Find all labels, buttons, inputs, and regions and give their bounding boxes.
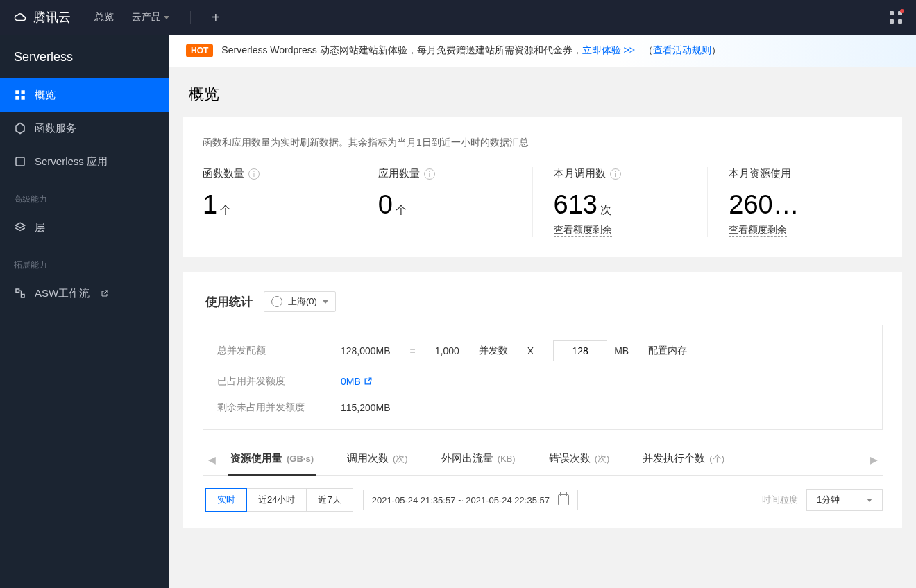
- granularity-value: 1分钟: [817, 494, 840, 506]
- apps-grid-icon[interactable]: [890, 11, 902, 24]
- date-range-picker[interactable]: 2021-05-24 21:35:57 ~ 2021-05-24 22:35:5…: [363, 490, 578, 510]
- usage-card: 使用统计 上海(0) 总并发配额 128,000MB = 1,000 并发数 X…: [183, 272, 902, 528]
- nav-separator: [190, 11, 191, 24]
- layers-icon: [14, 221, 26, 234]
- date-range-text: 2021-05-24 21:35:57 ~ 2021-05-24 22:35:5…: [372, 495, 550, 505]
- nav-products[interactable]: 云产品: [132, 11, 169, 24]
- quota-remain-label: 剩余未占用并发额度: [217, 401, 321, 414]
- granularity-label: 时间粒度: [762, 494, 798, 506]
- quota-used-label: 已占用并发额度: [217, 375, 321, 388]
- top-nav: 腾讯云 总览 云产品 +: [0, 0, 916, 35]
- stats-card: 函数和应用数量为实时刷新数据。其余指标为当月1日到近一小时的数据汇总 函数数量i…: [183, 117, 902, 257]
- app-icon: [14, 155, 26, 168]
- info-icon: i: [610, 168, 621, 180]
- external-link-icon: [364, 377, 373, 386]
- stat-1: 应用数量i 0个: [378, 167, 533, 237]
- page-title: 概览: [189, 84, 897, 105]
- metric-tab[interactable]: 外网出流量(KB): [439, 444, 518, 475]
- tab-scroll-left[interactable]: ◀: [203, 454, 221, 465]
- svg-rect-3: [22, 96, 25, 100]
- quota-total-label: 总并发配额: [217, 345, 321, 357]
- brand-logo[interactable]: 腾讯云: [14, 9, 71, 26]
- sidebar-item-functions[interactable]: 函数服务: [0, 112, 169, 145]
- info-icon: i: [248, 168, 260, 180]
- sidebar-item-label: 概览: [35, 89, 56, 102]
- quota-link[interactable]: 查看额度剩余: [554, 224, 612, 237]
- banner-link-rules[interactable]: 查看活动规则: [653, 44, 711, 55]
- notification-dot: [900, 9, 904, 13]
- nav-add-button[interactable]: +: [212, 10, 220, 26]
- sidebar-section-advanced: 高级能力: [0, 178, 169, 211]
- time-segment[interactable]: 近24小时: [247, 488, 307, 512]
- workflow-icon: [14, 287, 26, 300]
- metric-tab[interactable]: 并发执行个数(个): [640, 444, 727, 475]
- chevron-down-icon: [323, 300, 328, 304]
- svg-rect-0: [15, 90, 19, 94]
- page-header: 概览: [169, 67, 916, 117]
- svg-rect-2: [15, 96, 19, 100]
- time-segment[interactable]: 近7天: [307, 488, 353, 512]
- quota-total-value: 128,000MB: [341, 345, 391, 356]
- chevron-down-icon: [867, 499, 872, 502]
- nav-overview[interactable]: 总览: [94, 11, 114, 24]
- sidebar-item-label: 函数服务: [35, 122, 76, 135]
- stats-note: 函数和应用数量为实时刷新数据。其余指标为当月1日到近一小时的数据汇总: [203, 137, 883, 149]
- sidebar-item-label: ASW工作流: [35, 287, 90, 300]
- tab-scroll-right[interactable]: ▶: [865, 454, 883, 465]
- granularity-select[interactable]: 1分钟: [806, 489, 883, 511]
- stat-2: 本月调用数i 613次 查看额度剩余: [554, 167, 709, 237]
- region-select[interactable]: 上海(0): [264, 291, 336, 312]
- sidebar-item-serverless-app[interactable]: Serverless 应用: [0, 145, 169, 178]
- brand-text: 腾讯云: [33, 9, 71, 26]
- banner-link-try[interactable]: 立即体验 >>: [582, 44, 635, 55]
- metric-tab[interactable]: 错误次数(次): [546, 444, 613, 475]
- sidebar-item-label: Serverless 应用: [35, 155, 108, 168]
- hot-badge: HOT: [186, 44, 213, 57]
- chevron-down-icon: [164, 16, 169, 19]
- hexagon-icon: [14, 122, 26, 135]
- quota-link[interactable]: 查看额度剩余: [729, 224, 787, 237]
- sidebar-item-overview[interactable]: 概览: [0, 78, 169, 112]
- nav-products-label: 云产品: [132, 11, 161, 24]
- quota-concurrency-count: 1,000: [435, 345, 459, 356]
- time-segment[interactable]: 实时: [205, 488, 247, 512]
- grid-icon: [14, 89, 26, 101]
- sidebar-item-label: 层: [35, 221, 45, 234]
- stat-0: 函数数量i 1个: [203, 167, 357, 237]
- cloud-icon: [14, 11, 26, 24]
- sidebar-title: Serverless: [0, 50, 169, 78]
- promo-banner: HOT Serverless Wordpress 动态网站建站新体验，每月免费赠…: [169, 35, 916, 67]
- banner-text: Serverless Wordpress 动态网站建站新体验，每月免费赠送建站所…: [221, 44, 720, 57]
- metric-tabs: ◀ 资源使用量(GB·s)调用次数(次)外网出流量(KB)错误次数(次)并发执行…: [203, 444, 883, 476]
- quota-box: 总并发配额 128,000MB = 1,000 并发数 X MB 配置内存 已占…: [203, 325, 883, 430]
- globe-icon: [271, 296, 282, 307]
- sidebar-item-asw[interactable]: ASW工作流: [0, 277, 169, 310]
- info-icon: i: [424, 168, 435, 180]
- sidebar-section-extend: 拓展能力: [0, 244, 169, 277]
- usage-title: 使用统计: [205, 294, 253, 310]
- region-label: 上海(0): [288, 295, 317, 308]
- metric-tab[interactable]: 调用次数(次): [344, 444, 411, 475]
- external-link-icon: [101, 289, 109, 297]
- stat-3: 本月资源使用 260… 查看额度剩余: [729, 167, 883, 237]
- sidebar-item-layers[interactable]: 层: [0, 211, 169, 244]
- quota-remain-value: 115,200MB: [341, 402, 391, 413]
- calendar-icon: [558, 494, 569, 505]
- time-segments: 实时近24小时近7天: [205, 488, 353, 512]
- sidebar: Serverless 概览 函数服务 Serverless 应用 高级能力 层 …: [0, 35, 169, 588]
- memory-config-input[interactable]: [553, 340, 607, 361]
- metric-tab[interactable]: 资源使用量(GB·s): [228, 444, 316, 476]
- quota-used-link[interactable]: 0MB: [341, 376, 373, 387]
- time-controls: 实时近24小时近7天 2021-05-24 21:35:57 ~ 2021-05…: [203, 488, 883, 512]
- content-area: HOT Serverless Wordpress 动态网站建站新体验，每月免费赠…: [169, 35, 916, 588]
- svg-rect-4: [16, 157, 24, 166]
- svg-rect-1: [22, 90, 25, 94]
